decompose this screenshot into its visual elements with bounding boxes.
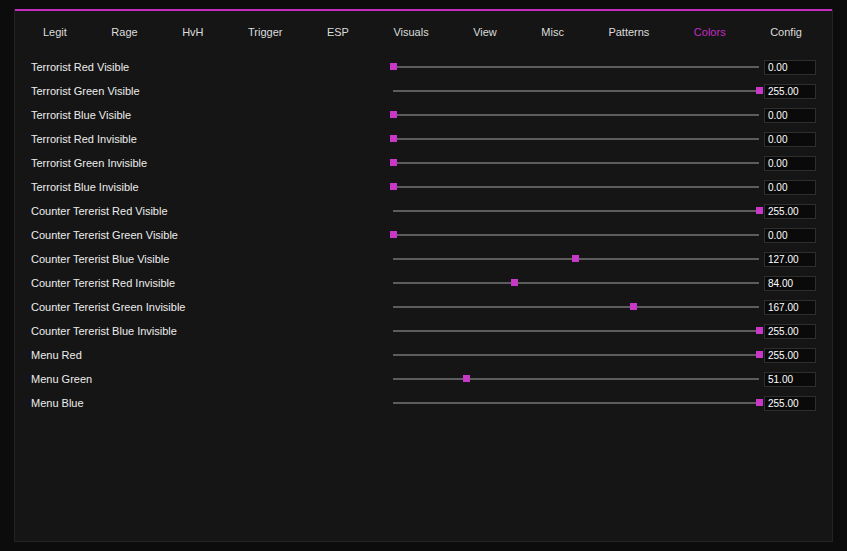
slider-label: Counter Tererist Red Visible <box>31 205 393 217</box>
slider-value-box[interactable]: 0.00 <box>764 228 816 243</box>
slider-row: Menu Green51.00 <box>15 367 832 391</box>
slider-row: Terrorist Red Visible0.00 <box>15 55 832 79</box>
slider-handle[interactable] <box>572 255 579 262</box>
slider-row: Counter Tererist Green Visible0.00 <box>15 223 832 247</box>
slider-label: Counter Tererist Green Invisible <box>31 301 393 313</box>
slider-value-box[interactable]: 255.00 <box>764 396 816 411</box>
slider-value-box[interactable]: 0.00 <box>764 156 816 171</box>
slider-label: Terrorist Green Visible <box>31 85 393 97</box>
slider-label: Terrorist Green Invisible <box>31 157 393 169</box>
slider-handle[interactable] <box>756 327 763 334</box>
slider-track[interactable] <box>393 162 759 164</box>
tab-misc[interactable]: Misc <box>535 20 570 44</box>
slider-row: Terrorist Blue Visible0.00 <box>15 103 832 127</box>
tab-legit[interactable]: Legit <box>37 20 73 44</box>
slider-value-box[interactable]: 255.00 <box>764 324 816 339</box>
slider-value-box[interactable]: 0.00 <box>764 60 816 75</box>
slider-handle[interactable] <box>390 63 397 70</box>
slider-track[interactable] <box>393 378 759 380</box>
slider-row: Counter Tererist Blue Visible127.00 <box>15 247 832 271</box>
slider-label: Menu Blue <box>31 397 393 409</box>
slider-row: Counter Tererist Green Invisible167.00 <box>15 295 832 319</box>
slider-value-box[interactable]: 84.00 <box>764 276 816 291</box>
slider-row: Terrorist Green Invisible0.00 <box>15 151 832 175</box>
slider-handle[interactable] <box>756 351 763 358</box>
desktop-background: { "window": { "accent_color": "#c32cc3" … <box>0 0 847 551</box>
slider-label: Menu Red <box>31 349 393 361</box>
slider-label: Terrorist Red Visible <box>31 61 393 73</box>
slider-value-box[interactable]: 0.00 <box>764 108 816 123</box>
tab-colors[interactable]: Colors <box>688 20 732 44</box>
slider-track[interactable] <box>393 354 759 356</box>
slider-track[interactable] <box>393 306 759 308</box>
slider-value-box[interactable]: 167.00 <box>764 300 816 315</box>
slider-row: Counter Tererist Blue Invisible255.00 <box>15 319 832 343</box>
tab-bar: LegitRageHvHTriggerESPVisualsViewMiscPat… <box>15 11 832 53</box>
slider-track[interactable] <box>393 402 759 404</box>
slider-value-box[interactable]: 51.00 <box>764 372 816 387</box>
slider-handle[interactable] <box>390 111 397 118</box>
slider-track[interactable] <box>393 66 759 68</box>
tab-hvh[interactable]: HvH <box>176 20 209 44</box>
slider-value-box[interactable]: 0.00 <box>764 180 816 195</box>
slider-handle[interactable] <box>756 87 763 94</box>
slider-handle[interactable] <box>390 159 397 166</box>
slider-track[interactable] <box>393 90 759 92</box>
slider-row: Menu Red255.00 <box>15 343 832 367</box>
slider-handle[interactable] <box>463 375 470 382</box>
slider-handle[interactable] <box>390 231 397 238</box>
tab-patterns[interactable]: Patterns <box>602 20 655 44</box>
slider-row: Menu Blue255.00 <box>15 391 832 415</box>
slider-handle[interactable] <box>390 183 397 190</box>
slider-handle[interactable] <box>511 279 518 286</box>
slider-value-box[interactable]: 127.00 <box>764 252 816 267</box>
slider-handle[interactable] <box>756 399 763 406</box>
slider-value-box[interactable]: 0.00 <box>764 132 816 147</box>
slider-row: Counter Tererist Red Visible255.00 <box>15 199 832 223</box>
slider-handle[interactable] <box>756 207 763 214</box>
slider-track[interactable] <box>393 114 759 116</box>
slider-row: Terrorist Green Visible255.00 <box>15 79 832 103</box>
slider-track[interactable] <box>393 138 759 140</box>
slider-value-box[interactable]: 255.00 <box>764 84 816 99</box>
slider-label: Counter Tererist Blue Invisible <box>31 325 393 337</box>
tab-rage[interactable]: Rage <box>105 20 143 44</box>
slider-handle[interactable] <box>390 135 397 142</box>
slider-label: Counter Tererist Red Invisible <box>31 277 393 289</box>
slider-label: Terrorist Red Invisible <box>31 133 393 145</box>
slider-value-box[interactable]: 255.00 <box>764 348 816 363</box>
tab-visuals[interactable]: Visuals <box>387 20 434 44</box>
tab-config[interactable]: Config <box>764 20 808 44</box>
slider-handle[interactable] <box>630 303 637 310</box>
slider-label: Counter Tererist Blue Visible <box>31 253 393 265</box>
slider-value-box[interactable]: 255.00 <box>764 204 816 219</box>
slider-track[interactable] <box>393 234 759 236</box>
cheat-menu-window: LegitRageHvHTriggerESPVisualsViewMiscPat… <box>14 9 833 542</box>
slider-row: Terrorist Red Invisible0.00 <box>15 127 832 151</box>
slider-label: Terrorist Blue Invisible <box>31 181 393 193</box>
slider-label: Terrorist Blue Visible <box>31 109 393 121</box>
tab-view[interactable]: View <box>467 20 503 44</box>
slider-row: Counter Tererist Red Invisible84.00 <box>15 271 832 295</box>
slider-track[interactable] <box>393 210 759 212</box>
slider-track[interactable] <box>393 330 759 332</box>
slider-track[interactable] <box>393 186 759 188</box>
tab-trigger[interactable]: Trigger <box>242 20 288 44</box>
slider-track[interactable] <box>393 258 759 260</box>
slider-label: Menu Green <box>31 373 393 385</box>
sliders-panel: Terrorist Red Visible0.00Terrorist Green… <box>15 53 832 415</box>
tab-esp[interactable]: ESP <box>321 20 355 44</box>
slider-row: Terrorist Blue Invisible0.00 <box>15 175 832 199</box>
slider-track[interactable] <box>393 282 759 284</box>
slider-label: Counter Tererist Green Visible <box>31 229 393 241</box>
